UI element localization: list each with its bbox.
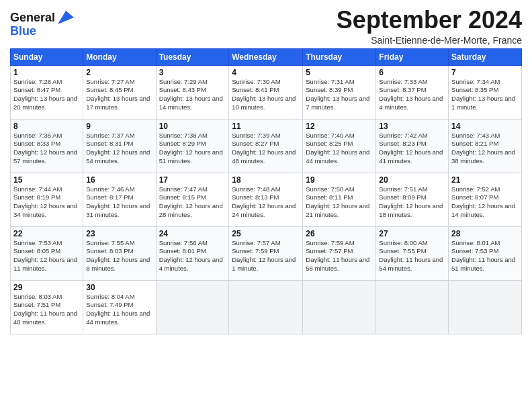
day-number: 26 [306,229,373,238]
weekday-header: Tuesday [156,48,229,65]
day-detail: Sunrise: 7:59 AMSunset: 7:57 PMDaylight:… [306,239,373,273]
calendar-day-cell: 4 Sunrise: 7:30 AMSunset: 8:41 PMDayligh… [229,65,303,119]
day-number: 23 [86,229,152,238]
calendar-day-cell: 9 Sunrise: 7:37 AMSunset: 8:31 PMDayligh… [83,119,156,173]
day-detail: Sunrise: 7:34 AMSunset: 8:35 PMDaylight:… [451,78,519,112]
day-number: 30 [86,283,152,292]
calendar-week-row: 1 Sunrise: 7:26 AMSunset: 8:47 PMDayligh… [11,65,522,119]
day-number: 9 [86,122,152,131]
calendar-day-cell: 15 Sunrise: 7:44 AMSunset: 8:19 PMDaylig… [11,173,83,226]
calendar-day-cell: 21 Sunrise: 7:52 AMSunset: 8:07 PMDaylig… [449,173,522,226]
day-detail: Sunrise: 7:30 AMSunset: 8:41 PMDaylight:… [232,78,300,112]
logo: General Blue [10,9,75,38]
day-number: 29 [13,283,80,292]
calendar-day-cell: 23 Sunrise: 7:55 AMSunset: 8:03 PMDaylig… [83,226,156,280]
day-number: 6 [379,68,445,77]
day-number: 17 [159,175,226,185]
calendar-day-cell [229,280,303,334]
day-number: 5 [306,68,373,77]
calendar-day-cell: 16 Sunrise: 7:46 AMSunset: 8:17 PMDaylig… [83,173,156,226]
calendar-day-cell: 11 Sunrise: 7:39 AMSunset: 8:27 PMDaylig… [229,119,303,173]
day-number: 2 [86,68,152,77]
weekday-header: Saturday [449,48,522,65]
calendar-day-cell: 25 Sunrise: 7:57 AMSunset: 7:59 PMDaylig… [229,226,303,280]
calendar-day-cell: 30 Sunrise: 8:04 AMSunset: 7:49 PMDaylig… [83,280,156,334]
calendar-day-cell: 8 Sunrise: 7:35 AMSunset: 8:33 PMDayligh… [11,119,83,173]
day-detail: Sunrise: 8:03 AMSunset: 7:51 PMDaylight:… [13,293,80,327]
day-number: 21 [451,175,519,185]
calendar-day-cell: 10 Sunrise: 7:38 AMSunset: 8:29 PMDaylig… [156,119,229,173]
calendar-day-cell: 22 Sunrise: 7:53 AMSunset: 8:05 PMDaylig… [11,226,83,280]
day-number: 7 [451,68,519,77]
day-detail: Sunrise: 7:31 AMSunset: 8:39 PMDaylight:… [306,78,373,112]
day-detail: Sunrise: 7:26 AMSunset: 8:47 PMDaylight:… [13,78,80,112]
day-number: 28 [451,229,519,238]
calendar-day-cell: 17 Sunrise: 7:47 AMSunset: 8:15 PMDaylig… [156,173,229,226]
day-number: 22 [13,229,80,238]
weekday-header: Sunday [11,48,83,65]
header-row: General Blue September 2024 Saint-Etienn… [10,7,522,46]
day-number: 8 [13,122,80,131]
calendar-day-cell: 13 Sunrise: 7:42 AMSunset: 8:23 PMDaylig… [376,119,449,173]
day-detail: Sunrise: 7:56 AMSunset: 8:01 PMDaylight:… [159,239,226,273]
day-detail: Sunrise: 7:48 AMSunset: 8:13 PMDaylight:… [232,185,300,220]
logo-icon [56,8,75,27]
calendar-day-cell: 26 Sunrise: 7:59 AMSunset: 7:57 PMDaylig… [303,226,376,280]
calendar-week-row: 8 Sunrise: 7:35 AMSunset: 8:33 PMDayligh… [11,119,522,173]
day-detail: Sunrise: 8:00 AMSunset: 7:55 PMDaylight:… [379,239,445,273]
day-number: 14 [451,122,519,131]
day-detail: Sunrise: 7:27 AMSunset: 8:45 PMDaylight:… [86,78,152,112]
calendar-day-cell: 27 Sunrise: 8:00 AMSunset: 7:55 PMDaylig… [376,226,449,280]
calendar-week-row: 29 Sunrise: 8:03 AMSunset: 7:51 PMDaylig… [11,280,522,334]
day-detail: Sunrise: 7:51 AMSunset: 8:09 PMDaylight:… [379,185,445,220]
day-number: 16 [86,175,152,185]
weekday-header-row: SundayMondayTuesdayWednesdayThursdayFrid… [11,48,522,65]
calendar-day-cell: 28 Sunrise: 8:01 AMSunset: 7:53 PMDaylig… [449,226,522,280]
day-detail: Sunrise: 8:04 AMSunset: 7:49 PMDaylight:… [86,293,152,327]
calendar-day-cell: 18 Sunrise: 7:48 AMSunset: 8:13 PMDaylig… [229,173,303,226]
calendar-day-cell: 12 Sunrise: 7:40 AMSunset: 8:25 PMDaylig… [303,119,376,173]
weekday-header: Friday [376,48,449,65]
day-detail: Sunrise: 7:53 AMSunset: 8:05 PMDaylight:… [13,239,80,273]
calendar-table: SundayMondayTuesdayWednesdayThursdayFrid… [10,48,522,334]
day-detail: Sunrise: 7:47 AMSunset: 8:15 PMDaylight:… [159,185,226,220]
day-number: 11 [232,122,300,131]
day-number: 3 [159,68,226,77]
day-detail: Sunrise: 7:37 AMSunset: 8:31 PMDaylight:… [86,132,152,166]
calendar-day-cell: 2 Sunrise: 7:27 AMSunset: 8:45 PMDayligh… [83,65,156,119]
day-detail: Sunrise: 7:43 AMSunset: 8:21 PMDaylight:… [451,132,519,166]
calendar-day-cell: 24 Sunrise: 7:56 AMSunset: 8:01 PMDaylig… [156,226,229,280]
day-detail: Sunrise: 7:44 AMSunset: 8:19 PMDaylight:… [13,185,80,220]
calendar-day-cell: 6 Sunrise: 7:33 AMSunset: 8:37 PMDayligh… [376,65,449,119]
day-detail: Sunrise: 7:50 AMSunset: 8:11 PMDaylight:… [306,185,373,220]
day-number: 1 [13,68,80,77]
day-number: 15 [13,175,80,185]
calendar-week-row: 22 Sunrise: 7:53 AMSunset: 8:05 PMDaylig… [11,226,522,280]
day-number: 18 [232,175,300,185]
day-detail: Sunrise: 7:52 AMSunset: 8:07 PMDaylight:… [451,185,519,220]
day-detail: Sunrise: 7:42 AMSunset: 8:23 PMDaylight:… [379,132,445,166]
month-title: September 2024 [337,7,522,34]
day-detail: Sunrise: 7:35 AMSunset: 8:33 PMDaylight:… [13,132,80,166]
calendar-day-cell: 20 Sunrise: 7:51 AMSunset: 8:09 PMDaylig… [376,173,449,226]
title-block: September 2024 Saint-Etienne-de-Mer-Mort… [337,7,522,46]
day-number: 24 [159,229,226,238]
day-number: 20 [379,175,445,185]
day-number: 27 [379,229,445,238]
day-detail: Sunrise: 7:57 AMSunset: 7:59 PMDaylight:… [232,239,300,273]
day-detail: Sunrise: 8:01 AMSunset: 7:53 PMDaylight:… [451,239,519,273]
day-number: 10 [159,122,226,131]
calendar-day-cell: 29 Sunrise: 8:03 AMSunset: 7:51 PMDaylig… [11,280,83,334]
calendar-day-cell: 3 Sunrise: 7:29 AMSunset: 8:43 PMDayligh… [156,65,229,119]
main-container: General Blue September 2024 Saint-Etienn… [0,0,532,341]
logo-text: General [10,11,55,25]
calendar-week-row: 15 Sunrise: 7:44 AMSunset: 8:19 PMDaylig… [11,173,522,226]
weekday-header: Wednesday [229,48,303,65]
day-number: 13 [379,122,445,131]
day-detail: Sunrise: 7:40 AMSunset: 8:25 PMDaylight:… [306,132,373,166]
location: Saint-Etienne-de-Mer-Morte, France [337,35,522,46]
calendar-day-cell: 19 Sunrise: 7:50 AMSunset: 8:11 PMDaylig… [303,173,376,226]
calendar-day-cell: 5 Sunrise: 7:31 AMSunset: 8:39 PMDayligh… [303,65,376,119]
weekday-header: Monday [83,48,156,65]
day-number: 19 [306,175,373,185]
